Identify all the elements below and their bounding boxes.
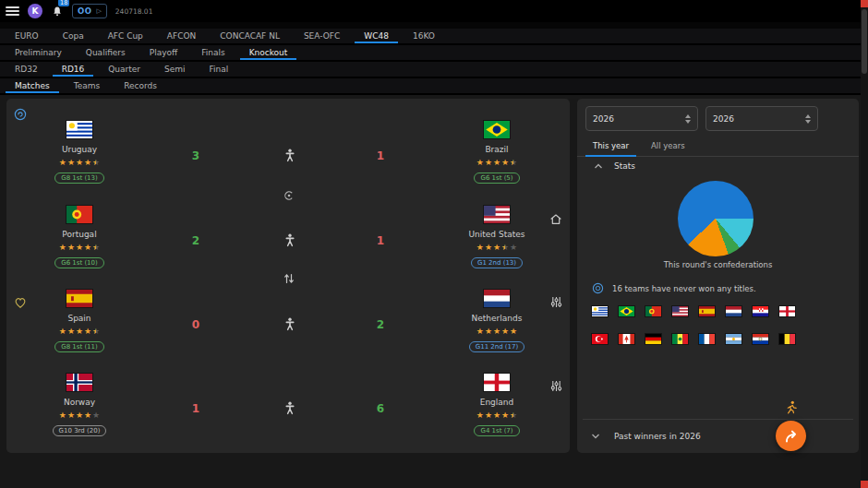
team-united-states[interactable]: United States★★★★★★G1 2nd (13) <box>452 206 541 268</box>
away-score: 6 <box>362 402 399 415</box>
star-rating: ★★★★★★ <box>58 243 100 252</box>
tab-all-years[interactable]: All years <box>640 137 696 156</box>
tune-icon-2[interactable] <box>550 380 562 392</box>
team-norway[interactable]: Norway★★★★★G10 3rd (20) <box>35 374 124 436</box>
stats-section-toggle[interactable]: Stats <box>594 161 635 171</box>
flag-row-1 <box>592 306 806 316</box>
player-icon[interactable] <box>283 317 297 335</box>
tab-quarter[interactable]: Quarter <box>96 62 152 77</box>
tab-rd32[interactable]: RD32 <box>3 62 50 77</box>
titles-note: 16 teams have never won any titles. <box>592 282 850 294</box>
bell-icon <box>52 6 63 17</box>
team-name: Portugal <box>62 230 96 239</box>
past-winners-toggle[interactable]: Past winners in 2026 <box>577 420 859 453</box>
germany-flag <box>645 334 661 344</box>
match-row[interactable]: Spain★★★★★★G8 1st (11)Netherlands★★★★★G1… <box>6 290 570 369</box>
tune-icon-1[interactable] <box>550 296 562 308</box>
notifications-button[interactable]: 18 <box>52 3 63 20</box>
tab-rd16[interactable]: RD16 <box>50 62 97 77</box>
team-brazil[interactable]: Brazil★★★★★★G6 1st (5) <box>452 121 541 184</box>
player-icon[interactable] <box>283 233 297 251</box>
tab-final[interactable]: Final <box>198 62 241 77</box>
tab-playoff[interactable]: Playoff <box>138 45 189 60</box>
view-tabs: MatchesTeamsRecords <box>0 78 863 95</box>
home-icon[interactable] <box>549 213 562 225</box>
tab-qualifiers[interactable]: Qualifiers <box>74 45 138 60</box>
tab-copa[interactable]: Copa <box>51 29 96 43</box>
player-icon[interactable] <box>283 149 297 166</box>
team-spain[interactable]: Spain★★★★★★G8 1st (11) <box>35 290 124 352</box>
touch-icon[interactable] <box>283 190 295 201</box>
tab-concacaf-nl[interactable]: CONCACAF NL <box>208 29 292 43</box>
avatar[interactable]: K <box>28 4 42 18</box>
tab-this-year[interactable]: This year <box>582 137 640 156</box>
group-badge: G11 2nd (17) <box>469 341 524 352</box>
tab-teams[interactable]: Teams <box>62 78 112 93</box>
stepper-icon[interactable] <box>805 114 811 124</box>
tournament-tabs: EUROCopaAFC CupAFCONCONCACAF NLSEA-OFCWC… <box>0 29 863 45</box>
group-badge: G6 1st (10) <box>54 257 104 268</box>
scrollbar-down-button[interactable] <box>861 481 868 488</box>
share-fab[interactable] <box>776 421 806 451</box>
player-icon[interactable] <box>283 401 297 419</box>
menu-icon[interactable] <box>6 5 19 18</box>
stats-panel: 2026 2026 This yearAll years Stats This … <box>577 99 859 453</box>
notification-count-badge: 18 <box>58 0 69 6</box>
team-portugal[interactable]: Portugal★★★★★★G6 1st (10) <box>35 206 124 268</box>
round-badge-icon[interactable] <box>14 108 27 121</box>
spain-flag <box>66 290 92 307</box>
runner-icon <box>784 400 798 414</box>
tab-finals[interactable]: Finals <box>189 45 236 60</box>
stage-tabs: PreliminaryQualifiersPlayoffFinalsKnocko… <box>0 45 863 62</box>
paraguay-flag <box>753 334 768 344</box>
team-netherlands[interactable]: Netherlands★★★★★G11 2nd (17) <box>452 290 541 352</box>
round-tabs: RD32RD16QuarterSemiFinal <box>0 62 863 78</box>
tab-wc48[interactable]: WC48 <box>352 29 401 43</box>
tab-matches[interactable]: Matches <box>3 78 62 93</box>
top-bar: K 18 OO ▷ 240718.01 <box>0 0 861 22</box>
team-england[interactable]: England★★★★★★G4 1st (7) <box>452 374 541 436</box>
scrollbar-thumb[interactable] <box>862 9 867 74</box>
favorite-heart-icon[interactable] <box>14 296 27 309</box>
team-uruguay[interactable]: Uruguay★★★★★★G8 1st (13) <box>35 121 124 184</box>
tab-knockout[interactable]: Knockout <box>237 45 300 60</box>
tab-records[interactable]: Records <box>112 78 169 93</box>
croatia-flag <box>753 306 768 316</box>
canada-flag <box>619 334 634 344</box>
stepper-icon[interactable] <box>685 114 691 124</box>
session-box[interactable]: OO ▷ <box>72 4 107 18</box>
brazil-flag <box>619 306 634 316</box>
away-score: 2 <box>362 318 399 331</box>
tab-16ko[interactable]: 16KO <box>401 29 447 43</box>
tab-euro[interactable]: EURO <box>3 29 51 43</box>
group-badge: G6 1st (5) <box>474 173 519 184</box>
scrollbar-up-button[interactable] <box>861 0 868 7</box>
england-flag <box>779 306 795 316</box>
redo-arrow-icon <box>782 427 801 446</box>
star-rating: ★★★★★ <box>58 411 100 420</box>
medal-icon <box>592 282 604 294</box>
tab-afcon[interactable]: AFCON <box>155 29 208 43</box>
away-score: 1 <box>362 234 399 247</box>
netherlands-flag <box>484 290 510 307</box>
group-badge: G8 1st (13) <box>54 173 104 184</box>
match-row[interactable]: Norway★★★★★G10 3rd (20)England★★★★★★G4 1… <box>6 374 570 453</box>
swap-vertical-icon[interactable] <box>283 273 295 284</box>
tab-afc-cup[interactable]: AFC Cup <box>96 29 155 43</box>
spain-flag <box>699 306 715 316</box>
tab-preliminary[interactable]: Preliminary <box>3 45 74 60</box>
star-rating: ★★★★★★ <box>58 158 100 167</box>
usa-flag <box>672 306 688 316</box>
year-to-select[interactable]: 2026 <box>705 106 818 131</box>
uruguay-flag <box>66 121 92 138</box>
star-rating: ★★★★★ <box>476 327 517 336</box>
away-score: 1 <box>362 149 399 162</box>
scrollbar-track[interactable] <box>861 0 868 488</box>
senegal-flag <box>672 334 688 344</box>
pie-caption: This round's confederations <box>577 260 859 269</box>
match-row[interactable]: Uruguay★★★★★★G8 1st (13)Brazil★★★★★★G6 1… <box>6 121 570 200</box>
tab-sea-ofc[interactable]: SEA-OFC <box>292 29 352 43</box>
group-badge: G4 1st (7) <box>474 425 519 436</box>
tab-semi[interactable]: Semi <box>152 62 198 77</box>
year-from-select[interactable]: 2026 <box>585 106 698 131</box>
